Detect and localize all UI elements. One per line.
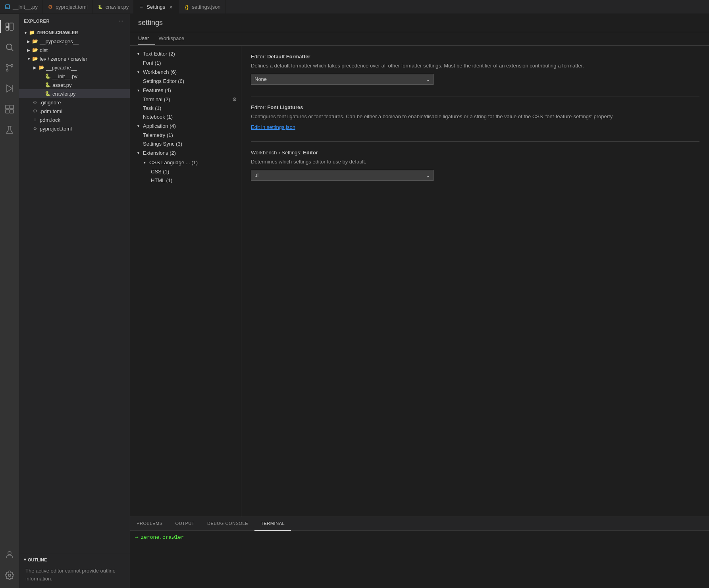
tree-asset-py[interactable]: ▶ 🐍 asset.py xyxy=(19,81,130,89)
nav-features[interactable]: ▾ Features (4) xyxy=(130,85,241,95)
edit-in-settings-json-link[interactable]: Edit in settings.json xyxy=(251,124,295,130)
nav-task-label: Task (1) xyxy=(143,105,161,111)
lev-label: lev / zerone / crawler xyxy=(40,56,87,62)
more-actions-icon[interactable]: ··· xyxy=(117,17,125,25)
tree-pycache[interactable]: ▶ 📂 __pycache__ xyxy=(19,63,130,72)
settings-panel: Editor: Default Formatter Defines a defa… xyxy=(241,46,709,517)
nav-font-label: Font (1) xyxy=(143,60,161,66)
nav-application-label: Application (4) xyxy=(143,123,176,129)
tree-lev[interactable]: ▾ 📂 lev / zerone / crawler xyxy=(19,54,130,63)
testing-icon[interactable] xyxy=(0,120,19,139)
nav-html[interactable]: HTML (1) ⚙ xyxy=(130,176,241,184)
dist-chevron: ▶ xyxy=(25,47,32,53)
svg-text:py: py xyxy=(6,6,9,8)
application-chevron: ▾ xyxy=(135,123,141,129)
tab-crawler-py[interactable]: 🐍 crawler.py xyxy=(93,0,134,14)
outline-header[interactable]: ▾ OUTLINE xyxy=(19,555,130,564)
svg-rect-13 xyxy=(6,105,9,109)
panel-tab-terminal[interactable]: TERMINAL xyxy=(254,517,291,531)
svg-point-8 xyxy=(6,65,8,67)
outline-body: The active editor cannot provide outline… xyxy=(19,564,130,586)
nav-settings-editor[interactable]: Settings Editor (6) ⚙ xyxy=(130,77,241,85)
nav-text-editor[interactable]: ▾ Text Editor (2) xyxy=(130,49,241,58)
tree-gitignore[interactable]: ▶ ⊙ .gitignore xyxy=(19,98,130,107)
tree-root[interactable]: ▾ 📁 ZERONE.CRAWLER xyxy=(19,28,130,37)
tab-pyproject-toml[interactable]: ⚙ pyproject.toml xyxy=(43,0,93,14)
workbench-editor-prefix: Workbench › Settings: xyxy=(251,150,303,156)
tab-init-py-label: __init__.py xyxy=(13,4,38,10)
nav-css-label: CSS (1) xyxy=(151,169,169,175)
settings-nav: ▾ Text Editor (2) Font (1) ⚙ ▾ Workbench… xyxy=(130,46,241,517)
nav-css[interactable]: CSS (1) ⚙ xyxy=(130,167,241,176)
nav-notebook-label: Notebook (1) xyxy=(143,114,173,120)
extensions-icon[interactable] xyxy=(0,100,19,119)
tab-settings[interactable]: ≡ Settings × xyxy=(134,0,179,14)
tab-settings-json[interactable]: {} settings.json xyxy=(179,0,225,14)
py-icon: py xyxy=(5,4,10,10)
svg-point-9 xyxy=(6,69,8,71)
dist-label: dist xyxy=(40,47,48,53)
settings-tabs: User Workspace xyxy=(130,32,709,46)
pypackages-label: __pypackages__ xyxy=(40,38,79,44)
account-icon[interactable] xyxy=(0,545,19,564)
run-icon[interactable] xyxy=(0,79,19,98)
settings-body: ▾ Text Editor (2) Font (1) ⚙ ▾ Workbench… xyxy=(130,46,709,517)
nav-html-label: HTML (1) xyxy=(151,177,172,183)
setting-default-formatter-desc: Defines a default formatter which takes … xyxy=(251,62,699,70)
tree-pdm-toml[interactable]: ▶ ⚙ .pdm.toml xyxy=(19,107,130,115)
settings-tab-workspace[interactable]: Workspace xyxy=(158,32,191,45)
setting-workbench-editor-desc: Determines which settings editor to use … xyxy=(251,158,699,166)
settings-tab-icon: ≡ xyxy=(139,4,144,10)
setting-default-formatter: Editor: Default Formatter Defines a defa… xyxy=(251,54,699,85)
panel-tab-debug-console[interactable]: DEBUG CONSOLE xyxy=(201,517,254,531)
tab-init-py[interactable]: py __init__.py xyxy=(0,0,43,14)
nav-application[interactable]: ▾ Application (4) xyxy=(130,121,241,131)
py-file-icon: 🐍 xyxy=(44,73,51,79)
nav-features-label: Features (4) xyxy=(143,87,171,93)
folder-icon-5: 📂 xyxy=(38,64,44,71)
nav-workbench[interactable]: ▾ Workbench (6) xyxy=(130,67,241,77)
toml-file-icon-2: ⚙ xyxy=(32,125,38,132)
panel-body: → zerone.crawler xyxy=(130,531,709,588)
nav-terminal[interactable]: Terminal (2) ⚙ xyxy=(130,95,241,104)
panel-tab-output[interactable]: OUTPUT xyxy=(169,517,201,531)
nav-extensions[interactable]: ▾ Extensions (2) xyxy=(130,148,241,158)
explorer-icon[interactable] xyxy=(0,17,19,36)
features-chevron: ▾ xyxy=(135,87,141,93)
tree-crawler-py[interactable]: ▶ 🐍 crawler.py xyxy=(19,89,130,98)
svg-rect-3 xyxy=(6,23,9,27)
nav-telemetry[interactable]: Telemetry (1) ⚙ xyxy=(130,131,241,139)
pypackages-chevron: ▶ xyxy=(25,38,32,44)
nav-css-lang[interactable]: ▾ CSS Language ... (1) xyxy=(130,158,241,167)
tree-dist[interactable]: ▶ 📂 dist xyxy=(19,46,130,54)
default-formatter-bold: Default Formatter xyxy=(267,54,310,60)
tab-settings-close[interactable]: × xyxy=(168,4,174,10)
nav-terminal-gear[interactable]: ⚙ xyxy=(231,96,238,102)
nav-extensions-label: Extensions (2) xyxy=(143,150,176,156)
search-icon[interactable] xyxy=(0,38,19,57)
setting-workbench-editor: Workbench › Settings: Editor Determines … xyxy=(251,150,699,181)
svg-point-6 xyxy=(6,44,12,50)
tree-init-py[interactable]: ▶ 🐍 __init__.py xyxy=(19,72,130,81)
nav-notebook[interactable]: Notebook (1) ⚙ xyxy=(130,112,241,121)
nav-task[interactable]: Task (1) ⚙ xyxy=(130,104,241,112)
tree-pdm-lock[interactable]: ▶ ≡ pdm.lock xyxy=(19,115,130,124)
tree-pyproject-toml[interactable]: ▶ ⚙ pyproject.toml xyxy=(19,124,130,133)
workbench-editor-select[interactable]: ui json xyxy=(251,170,433,181)
nav-font[interactable]: Font (1) ⚙ xyxy=(130,58,241,67)
manage-icon[interactable] xyxy=(0,566,19,585)
main-layout: EXPLORER ··· ▾ 📁 ZERONE.CRAWLER ▶ 📂 __py… xyxy=(0,14,709,588)
pdm-lock-label: pdm.lock xyxy=(40,117,60,123)
default-formatter-prefix: Editor: xyxy=(251,54,267,60)
svg-point-19 xyxy=(8,574,11,576)
panel-tab-problems[interactable]: PROBLEMS xyxy=(130,517,169,531)
nav-settings-sync[interactable]: Settings Sync (3) ⚙ xyxy=(130,139,241,148)
terminal-path: zerone.crawler xyxy=(141,534,184,540)
setting-font-ligatures: Editor: Font Ligatures Configures font l… xyxy=(251,104,699,131)
default-formatter-select[interactable]: None Prettier Black xyxy=(251,74,433,85)
tree-pypackages[interactable]: ▶ 📂 __pypackages__ xyxy=(19,37,130,46)
setting-font-ligatures-title: Editor: Font Ligatures xyxy=(251,104,699,110)
nav-terminal-label: Terminal (2) xyxy=(143,96,170,102)
source-control-icon[interactable] xyxy=(0,58,19,77)
settings-tab-user[interactable]: User xyxy=(138,32,155,45)
